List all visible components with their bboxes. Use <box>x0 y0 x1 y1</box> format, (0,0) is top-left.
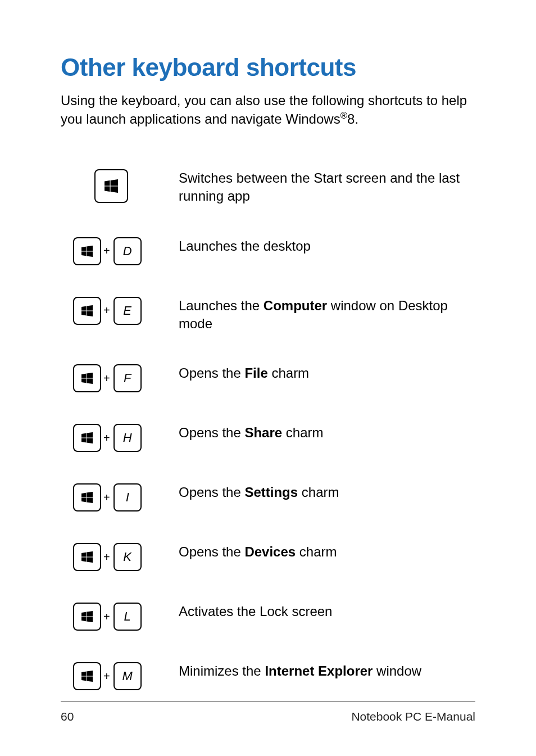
shortcut-row: + I Opens the Settings charm <box>61 482 475 511</box>
windows-icon <box>81 432 93 443</box>
intro-text-after: 8. <box>347 111 358 126</box>
shortcut-row: + H Opens the Share charm <box>61 423 475 452</box>
shortcut-row: + L Activates the Lock screen <box>61 601 475 631</box>
footer-label: Notebook PC E-Manual <box>351 710 475 723</box>
desc-text: Launches the desktop <box>179 238 311 253</box>
letter-key: I <box>113 483 142 511</box>
desc-after: charm <box>298 485 339 500</box>
plus-sign: + <box>103 551 110 564</box>
desc-bold: File <box>244 365 267 381</box>
letter-key: F <box>113 364 142 392</box>
windows-icon <box>81 373 93 384</box>
shortcut-row: + F Opens the File charm <box>61 363 475 392</box>
key-combo: + L <box>61 601 179 631</box>
windows-icon <box>81 611 93 622</box>
key-combo: + H <box>61 423 179 452</box>
page-number: 60 <box>61 710 74 723</box>
shortcut-description: Opens the Share charm <box>179 423 475 442</box>
page-footer: 60 Notebook PC E-Manual <box>61 701 475 723</box>
desc-before: Minimizes the <box>179 663 265 678</box>
plus-sign: + <box>103 372 110 385</box>
page-title: Other keyboard shortcuts <box>61 53 475 82</box>
shortcut-description: Switches between the Start screen and th… <box>179 168 475 206</box>
shortcut-row: + M Minimizes the Internet Explorer wind… <box>61 661 475 690</box>
desc-before: Opens the <box>179 485 244 500</box>
windows-key <box>73 603 101 631</box>
shortcut-row: + D Launches the desktop <box>61 236 475 265</box>
shortcut-description: Launches the Computer window on Desktop … <box>179 296 475 333</box>
key-combo <box>61 168 179 203</box>
windows-key <box>73 364 101 392</box>
desc-before: Opens the <box>179 425 244 440</box>
windows-icon <box>81 551 93 563</box>
letter-key: M <box>113 662 142 690</box>
shortcut-row: + K Opens the Devices charm <box>61 542 475 571</box>
windows-icon <box>81 671 93 682</box>
key-combo: + D <box>61 236 179 265</box>
desc-after: window <box>373 663 421 678</box>
desc-before: Launches the <box>179 298 264 313</box>
windows-key <box>73 543 101 571</box>
windows-key <box>73 237 101 265</box>
desc-bold: Computer <box>264 298 327 313</box>
shortcut-description: Launches the desktop <box>179 236 475 255</box>
desc-text: Activates the Lock screen <box>179 604 332 619</box>
key-combo: + E <box>61 296 179 325</box>
shortcut-row: + E Launches the Computer window on Desk… <box>61 296 475 333</box>
windows-key <box>73 424 101 452</box>
desc-before: Opens the <box>179 544 244 559</box>
shortcut-description: Opens the Settings charm <box>179 482 475 501</box>
shortcut-description: Activates the Lock screen <box>179 601 475 621</box>
windows-key <box>73 297 101 325</box>
letter-key: L <box>113 603 142 631</box>
desc-after: charm <box>282 425 323 440</box>
windows-key <box>73 662 101 690</box>
plus-sign: + <box>103 245 110 257</box>
desc-after: charm <box>268 365 309 381</box>
intro-paragraph: Using the keyboard, you can also use the… <box>61 92 475 129</box>
plus-sign: + <box>103 610 110 623</box>
key-combo: + I <box>61 482 179 511</box>
windows-key <box>94 169 128 203</box>
windows-icon <box>81 305 93 316</box>
desc-bold: Internet Explorer <box>265 663 373 678</box>
windows-icon <box>81 246 93 257</box>
plus-sign: + <box>103 491 110 504</box>
letter-key: E <box>113 297 142 325</box>
desc-bold: Devices <box>244 544 296 559</box>
letter-key: H <box>113 424 142 452</box>
desc-text: Switches between the Start screen and th… <box>179 170 460 203</box>
key-combo: + F <box>61 363 179 392</box>
registered-mark: ® <box>340 110 347 121</box>
letter-key: K <box>113 543 142 571</box>
intro-text-before: Using the keyboard, you can also use the… <box>61 93 467 126</box>
plus-sign: + <box>103 670 110 683</box>
desc-bold: Share <box>244 425 282 440</box>
shortcut-table: Switches between the Start screen and th… <box>61 168 475 691</box>
shortcut-description: Minimizes the Internet Explorer window <box>179 661 475 680</box>
windows-key <box>73 483 101 511</box>
key-combo: + K <box>61 542 179 571</box>
desc-before: Opens the <box>179 365 244 381</box>
key-combo: + M <box>61 661 179 690</box>
letter-key: D <box>113 237 142 265</box>
windows-icon <box>105 179 118 193</box>
desc-bold: Settings <box>244 485 298 500</box>
shortcut-description: Opens the Devices charm <box>179 542 475 561</box>
plus-sign: + <box>103 432 110 445</box>
plus-sign: + <box>103 304 110 317</box>
desc-after: charm <box>296 544 337 559</box>
shortcut-description: Opens the File charm <box>179 363 475 382</box>
shortcut-row: Switches between the Start screen and th… <box>61 168 475 206</box>
windows-icon <box>81 492 93 503</box>
